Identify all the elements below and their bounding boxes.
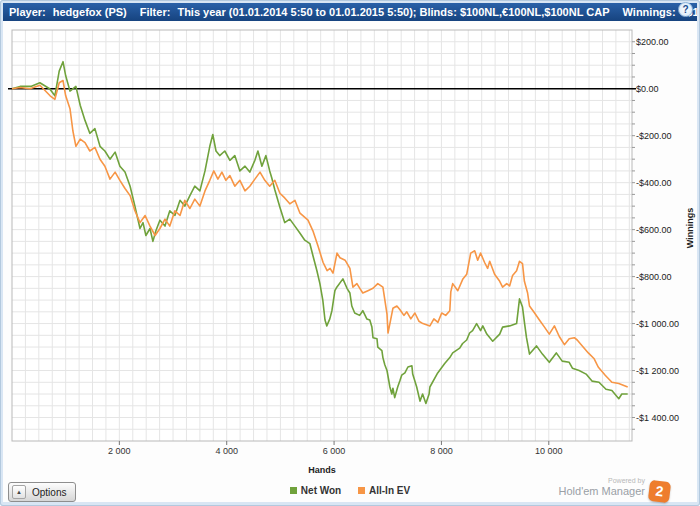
filter-label: Filter:	[140, 6, 171, 18]
hm2-logo-icon: 2	[648, 480, 671, 503]
legend-label-all-in-ev: All-In EV	[369, 485, 410, 496]
chart-plot[interactable]	[6, 24, 638, 447]
player-label: Player:	[9, 6, 46, 18]
x-tick-label: 10 000	[535, 446, 563, 456]
net-won-swatch-icon	[290, 487, 297, 494]
x-axis-title: Hands	[12, 465, 632, 475]
legend-label-net-won: Net Won	[301, 485, 341, 496]
x-tick-label: 2 000	[108, 446, 131, 456]
winnings-label: Winnings:	[623, 6, 676, 18]
x-axis-labels: 2 0004 0006 0008 00010 000	[0, 446, 700, 458]
hm2-graph-window: Player: hedgefox (PS) Filter: This year …	[0, 0, 700, 506]
y-axis-title: Winnings	[685, 208, 695, 248]
x-tick-label: 4 000	[215, 446, 238, 456]
help-icon[interactable]: ?	[678, 2, 693, 17]
legend-item-all-in-ev: All-In EV	[358, 485, 410, 496]
legend-item-net-won: Net Won	[290, 485, 341, 496]
x-tick-label: 8 000	[430, 446, 453, 456]
x-tick-label: 6 000	[323, 446, 346, 456]
player-value: hedgefox (PS)	[53, 6, 127, 18]
title-bar: Player: hedgefox (PS) Filter: This year …	[3, 3, 697, 21]
powered-by-text: Powered by	[525, 477, 645, 484]
brand-name: Hold'em Manager	[445, 485, 645, 497]
filter-value: This year (01.01.2014 5:50 to 01.01.2015…	[177, 6, 609, 18]
all-in-ev-swatch-icon	[358, 487, 365, 494]
